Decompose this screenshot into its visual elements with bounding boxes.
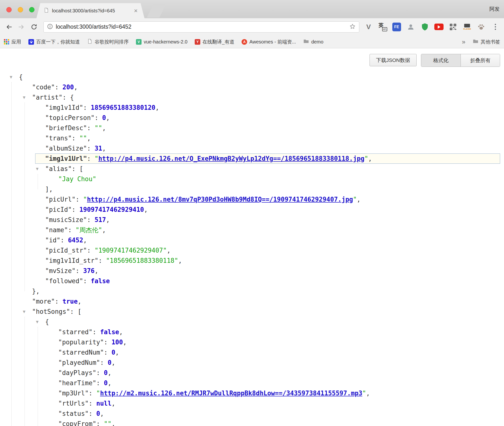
bookmark-label: 百度一下，你就知道 [36, 39, 80, 45]
minimize-window-button[interactable] [18, 7, 23, 12]
json-row: "starred": false, [0, 327, 504, 337]
collapse-toggle-icon[interactable]: ▼ [23, 92, 25, 102]
browser-menu-icon[interactable] [490, 22, 501, 32]
paw-extension-icon[interactable] [476, 22, 487, 32]
json-key: "code" [32, 84, 55, 91]
json-row: "copyFrom": "", [0, 419, 504, 426]
json-url-link[interactable]: http://p4.music.126.net/8mv7qP30Pd3oHW8b… [87, 196, 353, 203]
json-url-link[interactable]: http://p4.music.126.net/Q_ExePNkmgB2yWyL… [98, 155, 364, 162]
collapse-toggle-icon[interactable]: ▼ [10, 72, 12, 82]
qr-code-extension-icon[interactable] [448, 22, 458, 32]
json-row: "picId_str": "19097417462929407", [0, 245, 504, 256]
shield-extension-icon[interactable] [420, 22, 430, 32]
bookmark-item-demo-folder[interactable]: demo [303, 38, 323, 45]
json-key: "more" [32, 298, 55, 305]
json-quote: " [83, 196, 87, 203]
bookmark-star-icon[interactable] [349, 23, 356, 31]
json-row: "dayPlays": 0, [0, 368, 504, 378]
bookmarks-overflow-button[interactable]: » [462, 38, 465, 46]
json-string-value: "" [104, 420, 111, 426]
json-colon: : [87, 124, 94, 132]
reload-button[interactable] [28, 21, 40, 33]
json-key: "topicPerson" [45, 114, 95, 121]
tab-close-icon[interactable]: × [134, 8, 138, 14]
bookmark-item-awesomes[interactable]: A Awesomes - 前端资... [242, 39, 296, 45]
collapse-all-button[interactable]: 折叠所有 [461, 54, 500, 67]
json-colon: : [96, 379, 104, 387]
collapse-toggle-icon[interactable]: ▼ [36, 317, 39, 327]
json-colon: : [92, 328, 100, 336]
bookmark-item-vue-hackernews[interactable]: V vue-hackernews-2.0 [136, 39, 187, 45]
translate-en-text: en [382, 27, 387, 31]
json-quote: " [96, 390, 100, 397]
json-key: "hearTime" [58, 379, 96, 387]
json-string-value: "周杰伦" [76, 226, 102, 234]
format-button[interactable]: 格式化 [421, 54, 461, 67]
json-comma: , [108, 379, 112, 387]
page-icon [87, 39, 92, 45]
folder-icon [473, 38, 479, 45]
fe-extension-icon[interactable]: FE [391, 22, 402, 32]
json-line-content: "mp3Url": "http://m2.music.126.net/RMJR7… [58, 390, 370, 397]
json-key: "img1v1Url" [45, 155, 87, 162]
json-row: "img1v1Id": 18569651883380120, [0, 102, 504, 113]
new-tab-button[interactable] [147, 4, 166, 17]
bookmark-item-baidu[interactable]: 百度一下，你就知道 [28, 39, 80, 45]
json-quote: " [353, 196, 357, 203]
json-comma: , [178, 257, 182, 264]
forward-button[interactable] [16, 21, 27, 33]
bookmark-item-apps[interactable]: 应用 [4, 39, 21, 45]
json-key: "mp3Url" [58, 390, 89, 397]
json-line-content: "picUrl": "http://p4.music.126.net/8mv7q… [45, 196, 361, 203]
json-number-value: 376 [83, 267, 95, 274]
youtube-extension-icon[interactable] [434, 22, 444, 32]
profile-name[interactable]: 阿发 [489, 6, 500, 12]
json-line-content: "hotSongs": [ [32, 308, 82, 315]
json-comma: , [100, 410, 104, 417]
address-bar[interactable]: localhost:3000/artists?id=6452 [43, 21, 359, 33]
json-line-content: "rtUrls": null, [58, 400, 115, 407]
page-info-icon[interactable] [47, 24, 53, 30]
player-extension-icon[interactable]: PLAYER [462, 22, 472, 32]
json-line-content: "Jay Chou" [58, 175, 96, 183]
json-row: "name": "周杰伦", [0, 225, 504, 235]
json-key: "artist" [32, 94, 62, 101]
json-number-value: true [62, 298, 78, 305]
json-colon: : [76, 267, 83, 274]
json-quote: " [95, 155, 99, 162]
url-text[interactable]: localhost:3000/artists?id=6452 [56, 24, 349, 30]
collapse-toggle-icon[interactable]: ▼ [23, 307, 25, 317]
json-line-content: "img1v1Id_str": "18569651883380118", [45, 257, 182, 264]
other-bookmarks-folder[interactable]: 其他书签 [473, 38, 500, 45]
json-line-content: "dayPlays": 0, [58, 369, 111, 376]
bookmark-label: vue-hackernews-2.0 [144, 39, 187, 45]
json-quote: " [362, 390, 366, 397]
bookmark-item-google-sort[interactable]: 谷歌按时间排序 [87, 39, 129, 45]
apps-grid-icon [4, 39, 9, 44]
json-string-value: "" [79, 135, 87, 142]
json-number-value: 0 [96, 410, 100, 417]
tab-strip: localhost:3000/artists?id=645 × 阿发 [0, 0, 504, 18]
json-key: "picUrl" [45, 196, 76, 203]
bookmark-item-youdao-translate[interactable]: Y 在线翻译_有道 [195, 39, 234, 45]
vue-icon: V [136, 39, 142, 45]
json-line-content: "hearTime": 0, [58, 379, 111, 387]
browser-tab[interactable]: localhost:3000/artists?id=645 × [36, 3, 144, 18]
download-json-button[interactable]: 下载JSON数据 [370, 54, 417, 66]
json-line-content: "artist": { [32, 94, 74, 101]
translate-extension-icon[interactable]: 英 en [377, 22, 388, 32]
json-comma: , [357, 196, 361, 203]
zoom-window-button[interactable] [29, 7, 34, 12]
json-key: "starredNum" [58, 349, 104, 356]
json-row: "playedNum": 0, [0, 358, 504, 368]
close-window-button[interactable] [6, 7, 12, 12]
back-button[interactable] [3, 21, 15, 33]
collapse-toggle-icon[interactable]: ▼ [36, 164, 39, 174]
vimium-extension-icon[interactable]: V [363, 22, 374, 32]
json-url-link[interactable]: http://m2.music.126.net/RMJR7wDullRqppBk… [100, 390, 362, 397]
player-glyph: PLAYER [463, 24, 471, 30]
profile-person-icon[interactable] [405, 22, 416, 32]
json-key: "name" [45, 226, 68, 234]
json-line-content: "starredNum": 0, [58, 349, 119, 356]
json-row: "trans": "", [0, 133, 504, 143]
